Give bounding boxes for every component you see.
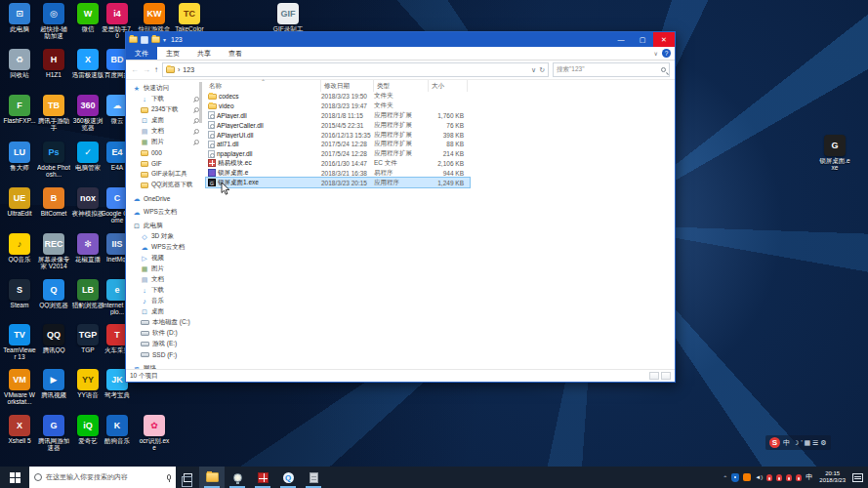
taskbar-clock[interactable]: 20:15 2018/3/23 — [816, 470, 848, 484]
taskbar-search-input[interactable]: 在这里输入你要搜索的内容 — [29, 467, 176, 488]
ime-indicator[interactable]: 中 — [806, 472, 812, 482]
desktop-icon-tgp[interactable]: TGPTGP — [71, 324, 104, 353]
back-icon[interactable]: ← — [131, 65, 139, 74]
desktop-icon-thunder[interactable]: X迅雷极速版 — [71, 49, 104, 78]
desktop-icon-pc-manager[interactable]: ✓电脑管家 — [71, 142, 104, 171]
tab-查看[interactable]: 查看 — [220, 47, 251, 60]
thumbnail-view-icon[interactable] — [661, 372, 671, 380]
desktop-icon-ultraedit[interactable]: UEUltraEdit — [3, 187, 36, 217]
address-path[interactable]: 123 — [183, 66, 194, 73]
desktop-icon-tencent-qq[interactable]: QQ腾讯QQ — [37, 324, 70, 353]
taskbar-app-file-explorer[interactable] — [199, 467, 225, 488]
sidebar-item-documents-qa[interactable]: ▤文档 — [126, 126, 202, 137]
taskbar-app-qq-browser[interactable]: Q — [275, 467, 301, 488]
taskbar-app-elang-ide[interactable] — [225, 467, 250, 488]
desktop-icon-screen-recorder[interactable]: REC屏幕录像专家 V2014 — [37, 233, 70, 269]
sidebar-item-3d-objects[interactable]: ◇3D 对象 — [126, 231, 202, 242]
file-row[interactable]: 锁屏桌面.e2018/3/21 16:38易程序944 KB — [206, 168, 470, 178]
tab-主页[interactable]: 主页 — [157, 47, 188, 60]
search-icon[interactable] — [661, 67, 666, 72]
column-header-大小[interactable]: 大小 — [429, 80, 468, 92]
details-view-icon[interactable] — [649, 372, 659, 380]
desktop-icon-lockscreen-desktop[interactable]: G锁屏桌面.exe — [818, 135, 851, 171]
properties-icon[interactable] — [141, 36, 148, 44]
desktop-icon-liebao-browser[interactable]: LB猎豹浏览器 — [71, 279, 104, 308]
sidebar-item-folder-gif[interactable]: GIF — [126, 158, 202, 169]
desktop-icon-recycle-bin[interactable]: ♻回收站 — [3, 49, 36, 78]
sidebar-item-downloads[interactable]: ↓下载 — [126, 285, 202, 296]
desktop-icon-flashfxp[interactable]: FFlashFXP... — [3, 95, 36, 124]
desktop-icon-chaokuaipai[interactable]: ◎超快排-辅助加速 — [37, 3, 70, 39]
new-folder-icon[interactable] — [151, 36, 160, 43]
forward-icon[interactable]: → — [143, 65, 150, 74]
refresh-icon[interactable]: ↻ — [539, 66, 545, 74]
sidebar-item-this-pc[interactable]: ⊡此电脑 — [126, 221, 202, 231]
sidebar-item-wps-cloud-2[interactable]: ☁WPS云文档 — [126, 242, 202, 253]
collapse-ribbon-icon[interactable]: ∨ — [654, 50, 658, 57]
file-row[interactable]: 精易模块.ec2016/1/30 14:47EC 文件2,106 KB — [206, 159, 470, 169]
start-button[interactable] — [0, 467, 29, 488]
desktop-icon-ludashi[interactable]: LU鲁大师 — [3, 142, 36, 171]
address-dropdown-icon[interactable]: ∨ — [531, 66, 536, 74]
sidebar-item-downloads-qa[interactable]: ↓下载 — [126, 94, 202, 104]
file-row[interactable]: atl71.dll2017/5/24 12:28应用程序扩展88 KB — [206, 140, 470, 149]
hidden-icons-chevron-icon[interactable]: ⌃ — [723, 474, 727, 481]
desktop-icon-ocr-tool[interactable]: ✿ocr识别.exe — [138, 415, 171, 451]
orange-app-icon[interactable] — [743, 473, 751, 481]
desktop-icon-h1z1[interactable]: HH1Z1 — [37, 49, 70, 78]
maximize-button[interactable]: ▢ — [632, 32, 653, 47]
tab-文件[interactable]: 文件 — [126, 47, 157, 60]
desktop-icon-game-booster[interactable]: G腾讯网游加速器 — [37, 415, 70, 451]
sidebar-item-documents[interactable]: ▤文档 — [126, 274, 202, 285]
sidebar-item-disk-e[interactable]: 游戏 (E:) — [126, 339, 202, 349]
sidebar-item-folder-gif-tools[interactable]: GIF录制工具 — [126, 169, 202, 180]
sidebar-item-2345-downloads[interactable]: 2345下载 — [126, 104, 202, 115]
file-row[interactable]: npaplayer.dll2017/5/24 12:28应用程序扩展214 KB — [206, 149, 470, 159]
file-row[interactable]: codecs2018/3/23 19:50文件夹 — [206, 92, 470, 102]
qq-penguin-icon[interactable] — [766, 474, 772, 481]
file-row[interactable]: APlayerUI.dll2016/12/13 15:35应用程序扩展398 K… — [206, 130, 470, 140]
microphone-icon[interactable] — [167, 474, 171, 480]
taskbar-app-jingyi-module[interactable] — [250, 467, 275, 488]
desktop-icon-teamviewer[interactable]: TVTeamViewer 13 — [3, 324, 36, 360]
sidebar-item-folder-qq-downloads[interactable]: QQ浏览器下载 — [126, 180, 202, 190]
up-icon[interactable]: ↑ — [154, 65, 158, 74]
chevron-down-icon[interactable]: ▾ — [163, 36, 166, 43]
sidebar-item-network[interactable]: ≋网络 — [126, 363, 202, 369]
desktop-icon-nox[interactable]: nox夜神模拟器 — [71, 187, 104, 217]
sidebar-item-folder-000[interactable]: 000 — [126, 147, 202, 158]
taskbar-app-notepad[interactable] — [301, 467, 326, 488]
desktop-icon-photoshop[interactable]: PsAdobe Photosh... — [37, 142, 70, 178]
sidebar-item-disk-c[interactable]: 本地磁盘 (C:) — [126, 317, 202, 328]
desktop-icon-yy-voice[interactable]: YYYY语音 — [71, 369, 104, 398]
action-center-icon[interactable] — [852, 473, 863, 482]
desktop-icon-kuaiwan[interactable]: KW快玩游戏盒 — [138, 3, 171, 32]
desktop-icon-wechat[interactable]: W微信 — [71, 3, 104, 32]
security-shield-icon[interactable] — [731, 473, 739, 482]
sidebar-item-videos[interactable]: ▷视频 — [126, 253, 202, 264]
minimize-button[interactable]: — — [610, 32, 632, 47]
desktop-icon-vmware[interactable]: VMVMware Workstat... — [3, 369, 36, 405]
qq-penguin-icon[interactable] — [796, 474, 802, 481]
file-row[interactable]: APlayer.dll2018/1/8 11:15应用程序扩展1,760 KB — [206, 111, 470, 121]
desktop-icon-tencent-gamepad[interactable]: TB腾讯手游助手 — [37, 95, 70, 131]
desktop-icon-xshell[interactable]: XXshell 5 — [3, 415, 36, 444]
ime-toolbar[interactable]: S 中 ☽ ’ ▦ ☰ ⚙ — [765, 435, 831, 450]
sidebar-item-quick-access[interactable]: ★快速访问 — [126, 83, 202, 94]
ime-extra-icons[interactable]: ☽ ’ ▦ ☰ ⚙ — [793, 439, 827, 446]
desktop-icon-bitcomet[interactable]: BBitComet — [37, 187, 70, 217]
sidebar-item-desktop[interactable]: ⊡桌面 — [126, 306, 202, 317]
title-bar[interactable]: ▾ 123 — ▢ ✕ — [126, 32, 675, 47]
sidebar-item-music[interactable]: ♪音乐 — [126, 296, 202, 306]
address-input[interactable]: › 123 ∨ ↻ — [162, 62, 549, 77]
task-view-button[interactable] — [176, 467, 199, 488]
sidebar-item-disk-d[interactable]: 软件 (D:) — [126, 328, 202, 339]
search-input[interactable]: 搜索"123" — [553, 62, 670, 77]
desktop-icon-this-pc[interactable]: ⊡此电脑 — [3, 3, 36, 32]
close-button[interactable]: ✕ — [653, 32, 675, 47]
desktop-icon-qq-browser-desktop[interactable]: QQQ浏览器 — [37, 279, 70, 308]
desktop-icon-steam[interactable]: SSteam — [3, 279, 36, 308]
desktop-icon-360-browser[interactable]: 360360极速浏览器 — [71, 95, 104, 131]
desktop-icon-iqiyi[interactable]: iQ爱奇艺 — [71, 415, 104, 444]
column-header-类型[interactable]: 类型 — [374, 80, 429, 92]
